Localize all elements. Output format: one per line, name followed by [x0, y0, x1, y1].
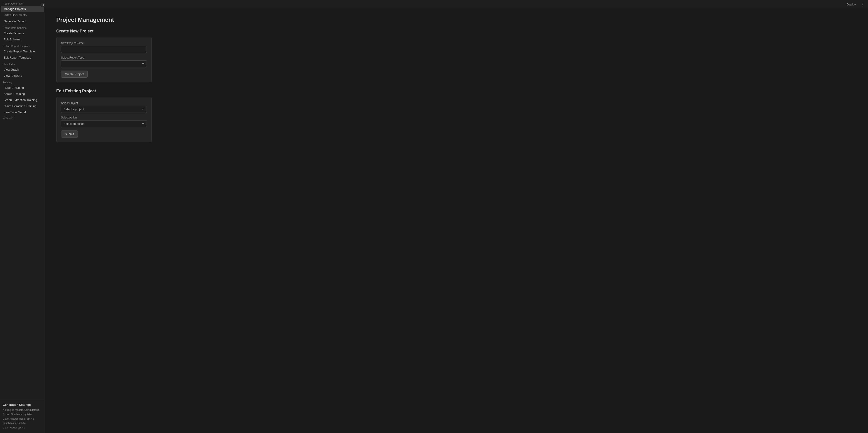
create-project-button[interactable]: Create Project: [61, 70, 88, 78]
sidebar-item-edit-report-template[interactable]: Edit Report Template: [1, 55, 44, 60]
sidebar-section-define-report-template: Define Report Template: [0, 42, 45, 48]
sidebar-item-view-graph[interactable]: View Graph: [1, 67, 44, 72]
sidebar-item-graph-extraction-training[interactable]: Graph Extraction Training: [1, 97, 44, 103]
name-field-label: New Project Name: [61, 41, 147, 45]
sidebar-section-define-data-schema: Define Data Schema: [0, 24, 45, 30]
sidebar-section-view-index: View Index: [0, 61, 45, 66]
sidebar-item-generate-report[interactable]: Generate Report: [1, 19, 44, 24]
select-project-dropdown[interactable]: Select a project: [61, 106, 147, 113]
gen-setting-claim-answer-model: Claim Answer Model: gpt-4o: [3, 417, 42, 421]
sidebar-item-fine-tune-model[interactable]: Fine-Tune Model: [1, 110, 44, 115]
sidebar-section-training: Training: [0, 79, 45, 85]
select-project-label: Select Project: [61, 101, 147, 104]
new-project-name-input[interactable]: [61, 46, 147, 53]
sidebar-view-less[interactable]: View less: [0, 115, 45, 121]
topbar: Deploy ⋮: [45, 0, 868, 9]
main-content: Deploy ⋮ Project Management Create New P…: [45, 0, 868, 433]
sidebar-collapse-button[interactable]: ◀: [41, 3, 45, 7]
create-project-card: New Project Name Select Report Type Crea…: [56, 37, 152, 82]
more-options-button[interactable]: ⋮: [860, 2, 864, 7]
content-area: Project Management Create New Project Ne…: [45, 9, 868, 433]
sidebar-section-report-generation: Report Generation: [0, 0, 45, 6]
generation-settings: Generation SettingsNo trained models. Us…: [0, 400, 45, 433]
sidebar-item-edit-schema[interactable]: Edit Schema: [1, 36, 44, 42]
sidebar: ◀ Report GenerationManage ProjectsIndex …: [0, 0, 45, 433]
report-type-label: Select Report Type: [61, 56, 147, 59]
generation-settings-title: Generation Settings: [3, 403, 42, 406]
edit-project-card: Select Project Select a project Select A…: [56, 97, 152, 142]
sidebar-item-report-training[interactable]: Report Training: [1, 85, 44, 91]
sidebar-item-claim-extraction-training[interactable]: Claim Extraction Training: [1, 103, 44, 109]
sidebar-item-index-documents[interactable]: Index Documents: [1, 12, 44, 18]
edit-section-title: Edit Existing Project: [56, 89, 857, 93]
create-section-title: Create New Project: [56, 29, 857, 34]
gen-setting-no-trained-models: No trained models. Using default.: [3, 408, 42, 412]
select-report-type[interactable]: [61, 60, 147, 67]
deploy-button[interactable]: Deploy: [845, 2, 858, 7]
sidebar-item-answer-training[interactable]: Answer Training: [1, 91, 44, 97]
sidebar-item-create-schema[interactable]: Create Schema: [1, 30, 44, 36]
gen-setting-claim-model: Claim Model: gpt-4o: [3, 426, 42, 429]
gen-setting-graph-model: Graph Model: gpt-4o: [3, 422, 42, 425]
gen-setting-report-gen-model: Report Gen Model: gpt-4o: [3, 412, 42, 416]
page-title: Project Management: [56, 16, 857, 23]
select-action-label: Select Action: [61, 116, 147, 119]
sidebar-item-create-report-template[interactable]: Create Report Template: [1, 49, 44, 54]
submit-button[interactable]: Submit: [61, 130, 78, 137]
sidebar-item-view-answers[interactable]: View Answers: [1, 73, 44, 79]
select-action-dropdown[interactable]: Select an action: [61, 120, 147, 127]
sidebar-item-manage-projects[interactable]: Manage Projects: [1, 6, 44, 12]
